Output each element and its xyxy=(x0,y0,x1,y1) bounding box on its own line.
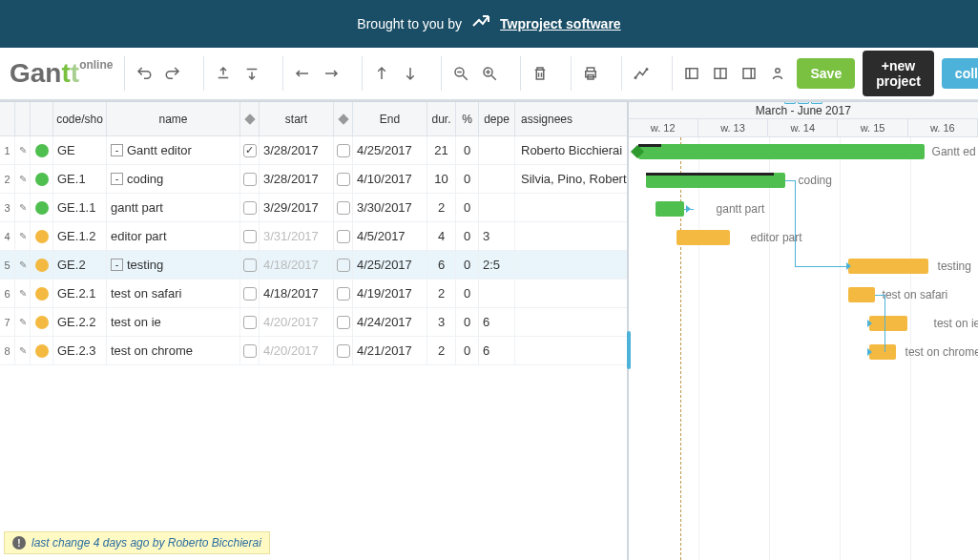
start-milestone-checkbox[interactable] xyxy=(240,194,260,221)
status-dot[interactable] xyxy=(31,280,53,307)
start-cell[interactable]: 4/18/2017 xyxy=(260,280,334,307)
assignees-cell[interactable] xyxy=(515,337,627,364)
save-button[interactable]: Save xyxy=(797,58,855,89)
assignees-cell[interactable] xyxy=(515,308,627,336)
gantt-bar[interactable] xyxy=(638,144,925,159)
table-row[interactable]: 3✎GE.1.1gantt part3/29/20173/30/201720 xyxy=(0,194,627,222)
expand-toggle[interactable]: - xyxy=(111,173,123,185)
depends-cell[interactable]: 6 xyxy=(479,337,515,364)
zoom-in-button[interactable] xyxy=(478,62,501,85)
gantt-bar[interactable] xyxy=(848,287,875,302)
code-cell[interactable]: GE.2.2 xyxy=(53,308,107,336)
edit-row-button[interactable]: ✎ xyxy=(15,337,31,364)
code-cell[interactable]: GE.1.2 xyxy=(53,222,107,250)
insert-above-button[interactable] xyxy=(212,62,235,85)
depends-cell[interactable] xyxy=(479,194,515,221)
assignees-cell[interactable] xyxy=(515,251,627,279)
edit-row-button[interactable]: ✎ xyxy=(15,222,31,250)
end-cell[interactable]: 4/5/2017 xyxy=(353,222,427,250)
gantt-body[interactable]: Gantt edcodinggantt parteditor parttesti… xyxy=(629,137,978,560)
start-milestone-checkbox[interactable] xyxy=(240,251,260,279)
end-milestone-checkbox[interactable] xyxy=(334,136,353,164)
assignees-cell[interactable]: Silvia, Pino, Robert xyxy=(515,165,627,193)
redo-button[interactable] xyxy=(161,62,184,85)
duration-cell[interactable]: 3 xyxy=(427,308,456,336)
depends-cell[interactable]: 3 xyxy=(479,222,515,250)
percent-cell[interactable]: 0 xyxy=(456,308,479,336)
new-project-button[interactable]: +new project xyxy=(863,51,934,96)
depends-cell[interactable]: 6 xyxy=(479,308,515,336)
end-cell[interactable]: 4/21/2017 xyxy=(353,337,427,364)
end-milestone-checkbox[interactable] xyxy=(334,337,353,364)
start-milestone-checkbox[interactable] xyxy=(240,222,260,250)
depends-cell[interactable] xyxy=(479,165,515,193)
move-up-button[interactable] xyxy=(370,62,393,85)
start-milestone-checkbox[interactable] xyxy=(240,308,260,336)
edit-row-button[interactable]: ✎ xyxy=(15,165,31,193)
start-cell[interactable]: 3/29/2017 xyxy=(260,194,334,221)
gantt-bar[interactable] xyxy=(869,344,896,360)
split-left-button[interactable] xyxy=(680,62,703,85)
duration-cell[interactable]: 6 xyxy=(427,251,456,279)
edit-row-button[interactable]: ✎ xyxy=(15,194,31,221)
assignees-cell[interactable] xyxy=(515,194,627,221)
code-cell[interactable]: GE.2 xyxy=(53,251,107,279)
end-cell[interactable]: 4/25/2017 xyxy=(353,136,427,164)
percent-cell[interactable]: 0 xyxy=(456,194,479,221)
duration-cell[interactable]: 2 xyxy=(427,194,456,221)
duration-cell[interactable]: 10 xyxy=(427,165,456,193)
gantt-bar[interactable] xyxy=(869,316,907,331)
assignees-cell[interactable] xyxy=(515,280,627,307)
start-milestone-checkbox[interactable] xyxy=(240,136,260,164)
table-row[interactable]: 6✎GE.2.1test on safari4/18/20174/19/2017… xyxy=(0,280,627,308)
start-cell[interactable]: 3/28/2017 xyxy=(260,165,334,193)
print-button[interactable] xyxy=(579,62,602,85)
edit-row-button[interactable]: ✎ xyxy=(15,308,31,336)
start-milestone-checkbox[interactable] xyxy=(240,337,260,364)
end-cell[interactable]: 3/30/2017 xyxy=(353,194,427,221)
percent-cell[interactable]: 0 xyxy=(456,280,479,307)
gantt-bar[interactable] xyxy=(676,230,730,245)
edit-row-button[interactable]: ✎ xyxy=(15,280,31,307)
status-dot[interactable] xyxy=(31,194,53,221)
name-cell[interactable]: -testing xyxy=(107,251,240,279)
expand-toggle[interactable]: - xyxy=(111,259,123,271)
vertical-split-handle[interactable] xyxy=(627,331,631,369)
end-milestone-checkbox[interactable] xyxy=(334,194,353,221)
end-cell[interactable]: 4/19/2017 xyxy=(353,280,427,307)
expand-toggle[interactable]: - xyxy=(111,144,123,156)
end-milestone-checkbox[interactable] xyxy=(334,280,353,307)
code-cell[interactable]: GE.1.1 xyxy=(53,194,107,221)
assignees-cell[interactable] xyxy=(515,222,627,250)
status-dot[interactable] xyxy=(31,165,53,193)
duration-cell[interactable]: 21 xyxy=(427,136,456,164)
indent-button[interactable] xyxy=(320,62,343,85)
name-cell[interactable]: test on chrome xyxy=(107,337,240,364)
table-row[interactable]: 1✎GE-Gantt editor3/28/20174/25/2017210Ro… xyxy=(0,136,627,165)
percent-cell[interactable]: 0 xyxy=(456,337,479,364)
start-milestone-checkbox[interactable] xyxy=(240,165,260,193)
status-dot[interactable] xyxy=(31,222,53,250)
start-milestone-checkbox[interactable] xyxy=(240,280,260,307)
end-milestone-checkbox[interactable] xyxy=(334,308,353,336)
duration-cell[interactable]: 2 xyxy=(427,337,456,364)
code-cell[interactable]: GE.2.1 xyxy=(53,280,107,307)
code-cell[interactable]: GE.2.3 xyxy=(53,337,107,364)
percent-cell[interactable]: 0 xyxy=(456,251,479,279)
code-cell[interactable]: GE.1 xyxy=(53,165,107,193)
gantt-bar[interactable] xyxy=(655,201,684,217)
undo-button[interactable] xyxy=(133,62,156,85)
percent-cell[interactable]: 0 xyxy=(456,165,479,193)
name-cell[interactable]: -Gantt editor xyxy=(107,136,240,164)
duration-cell[interactable]: 2 xyxy=(427,280,456,307)
status-dot[interactable] xyxy=(31,337,53,364)
gantt-bar[interactable] xyxy=(848,259,928,274)
start-cell[interactable]: 4/18/2017 xyxy=(260,251,334,279)
name-cell[interactable]: -coding xyxy=(107,165,240,193)
edit-row-button[interactable]: ✎ xyxy=(15,251,31,279)
percent-cell[interactable]: 0 xyxy=(456,222,479,250)
assignees-cell[interactable]: Roberto Bicchierai xyxy=(515,136,627,164)
start-cell[interactable]: 4/20/2017 xyxy=(260,337,334,364)
split-right-button[interactable] xyxy=(738,62,760,85)
table-row[interactable]: 5✎GE.2-testing4/18/20174/25/2017602:5 xyxy=(0,251,627,280)
